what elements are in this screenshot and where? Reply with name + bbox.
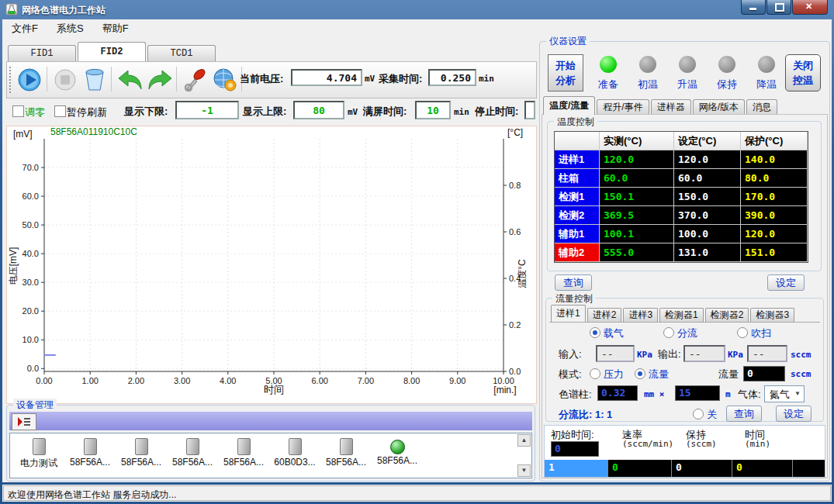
column-label: 色谱柱: — [559, 388, 592, 402]
scroll-up-icon[interactable]: ▲ — [517, 434, 531, 447]
flow-tab-4[interactable]: 检测器1 — [659, 308, 704, 322]
temp-prot-value[interactable]: 80.0 — [741, 169, 808, 188]
initial-time-input[interactable]: 0 — [551, 441, 599, 457]
gas-select[interactable]: 氮气 — [764, 385, 805, 402]
stop-icon[interactable] — [50, 65, 79, 94]
device-item[interactable]: 58F56A... — [167, 437, 218, 476]
flow-tab-body: 载气分流吹扫 输入: -- KPa 输出: -- KPa -- sccm 模式:… — [549, 322, 820, 418]
flow-setpoint-label: 流量 — [718, 368, 739, 381]
temp-actual-value: 150.1 — [600, 188, 674, 206]
ramp-time-cell[interactable]: 0 — [732, 460, 793, 477]
split-off-radio[interactable] — [693, 409, 704, 419]
instrument-tab-5[interactable]: 消息 — [746, 99, 777, 115]
minimize-button[interactable] — [741, 0, 766, 15]
menu-bar: 文件F 系统S 帮助F — [2, 19, 832, 39]
temp-col-header: 保护(°C) — [741, 132, 808, 150]
flow-set-button[interactable]: 设定 — [776, 406, 812, 422]
scroll-down-icon[interactable]: ▼ — [517, 464, 531, 477]
temp-set-value[interactable]: 60.0 — [674, 169, 741, 188]
tool-wrench-icon[interactable] — [181, 65, 209, 94]
close-temp-control-button[interactable]: 关闭 控温 — [785, 54, 821, 91]
svg-text:1.00: 1.00 — [81, 376, 98, 385]
column-diameter-input[interactable]: 0.32 — [597, 385, 638, 401]
zero-label: 调零 — [25, 105, 45, 119]
temp-prot-value[interactable]: 120.0 — [741, 225, 808, 243]
device-item[interactable]: 58F56A... — [116, 437, 167, 476]
column-length-input[interactable]: 15 — [675, 385, 720, 401]
output-pressure-field[interactable]: -- — [683, 345, 725, 362]
instrument-tab-3[interactable]: 进样器 — [651, 99, 691, 115]
tab-FID2[interactable]: FID2 — [78, 42, 146, 61]
flow-tab-2[interactable]: 进样2 — [587, 308, 622, 322]
clear-bucket-icon[interactable] — [80, 65, 109, 94]
zero-checkbox[interactable] — [12, 105, 24, 117]
flow-setpoint-input[interactable]: 0 — [743, 366, 785, 381]
time-col-unit: (min) — [745, 439, 770, 449]
temp-actual-value: 100.1 — [600, 225, 674, 243]
ramp-index-cell[interactable]: 1 — [545, 460, 608, 477]
lower-limit-input[interactable]: -1 — [175, 101, 239, 119]
network-settings-icon[interactable] — [210, 65, 239, 94]
led-indicator-off — [679, 56, 696, 73]
flow-tab-1[interactable]: 进样1 — [551, 305, 586, 322]
flow-tab-6[interactable]: 检测器3 — [750, 308, 794, 322]
mode-radio-2[interactable] — [635, 368, 645, 379]
flow-tab-3[interactable]: 进样3 — [623, 308, 658, 322]
temp-prot-value[interactable]: 140.0 — [741, 150, 808, 169]
upper-limit-input[interactable]: 80 — [293, 101, 344, 119]
redo-arrow-icon[interactable] — [145, 65, 174, 94]
temp-query-button[interactable]: 查询 — [555, 274, 592, 291]
tab-TCD1[interactable]: TCD1 — [147, 45, 216, 61]
undo-arrow-icon[interactable] — [116, 65, 144, 94]
instrument-tab-1[interactable]: 温度/流量 — [543, 96, 595, 115]
temp-set-value[interactable]: 370.0 — [674, 206, 741, 225]
temperature-row: 辅助1100.1100.0120.0 — [555, 225, 808, 243]
tab-FID1[interactable]: FID1 — [8, 45, 76, 61]
pause-refresh-checkbox[interactable] — [54, 105, 66, 117]
ramp-rate-cell[interactable]: 0 — [608, 460, 672, 477]
temp-prot-value[interactable]: 170.0 — [741, 188, 808, 206]
gas-type-radio-1[interactable] — [590, 327, 600, 338]
led-label: 准备 — [588, 78, 628, 91]
toolbar-grip[interactable] — [9, 67, 14, 93]
temperature-table: 实测(°C)设定(°C)保护(°C)进样1120.0120.0140.0柱箱60… — [554, 131, 808, 263]
instrument-tab-2[interactable]: 程升/事件 — [597, 99, 649, 115]
device-item[interactable]: 58F56A... — [372, 437, 423, 476]
gas-label: 气体: — [738, 388, 761, 402]
temp-set-value[interactable]: 120.0 — [674, 150, 741, 169]
device-item[interactable]: 58F56A... — [218, 437, 269, 476]
gas-type-radio-2[interactable] — [663, 327, 674, 338]
fullscreen-time-input[interactable]: 10 — [415, 101, 451, 119]
menu-file[interactable]: 文件F — [2, 19, 47, 38]
device-item[interactable]: 58F56A... — [64, 437, 116, 476]
fullscreen-time-label: 满屏时间: — [363, 105, 407, 119]
instrument-tab-4[interactable]: 网络/版本 — [693, 99, 745, 115]
instrument-settings-title: 仪器设置 — [546, 35, 590, 48]
play-icon[interactable] — [15, 65, 43, 94]
temp-set-value[interactable]: 100.0 — [674, 225, 741, 243]
temp-set-button[interactable]: 设定 — [767, 274, 805, 291]
split-ratio-label: 分流比: 1: 1 — [559, 408, 612, 422]
flow-query-button[interactable]: 查询 — [726, 406, 762, 422]
device-item[interactable]: 60B0D3... — [269, 437, 320, 476]
start-analysis-button[interactable]: 开始 分析 — [548, 54, 583, 91]
close-button[interactable] — [792, 0, 828, 15]
menu-system[interactable]: 系统S — [47, 19, 93, 38]
device-list-icon[interactable] — [12, 413, 36, 430]
ramp-table-head: 初始时间: 0 速率 (sccm/min) 保持 (sccm) 时间 (min) — [545, 426, 825, 459]
flow-tab-5[interactable]: 检测器2 — [705, 308, 749, 322]
menu-help[interactable]: 帮助F — [93, 19, 138, 38]
gas-type-radio-3[interactable] — [737, 327, 748, 338]
mode-radio-1[interactable] — [590, 368, 600, 379]
device-item[interactable]: 电力测试 — [13, 437, 64, 476]
input-pressure-field[interactable]: -- — [596, 345, 635, 362]
maximize-button[interactable] — [767, 0, 791, 15]
aux-flow-field[interactable]: -- — [747, 345, 787, 362]
temp-set-value[interactable]: 150.0 — [674, 188, 741, 206]
temp-set-value[interactable]: 131.0 — [674, 243, 741, 262]
stop-time-input[interactable] — [524, 101, 535, 119]
device-item[interactable]: 58F56A... — [320, 437, 372, 476]
ramp-hold-cell[interactable]: 0 — [672, 460, 732, 477]
temp-prot-value[interactable]: 151.0 — [741, 243, 808, 262]
temp-prot-value[interactable]: 390.0 — [741, 206, 808, 225]
